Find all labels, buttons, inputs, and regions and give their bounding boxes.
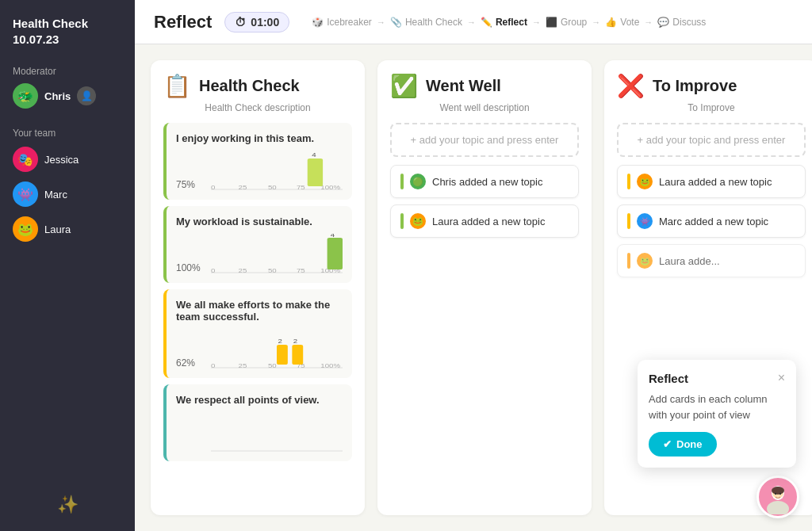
topic-text-laura-ti: Laura added a new topic xyxy=(659,176,772,188)
avatar-topic-laura-ww: 🐸 xyxy=(410,213,426,229)
column-health-check: 📋 Health Check Health Check description … xyxy=(151,60,365,515)
hc-item-2-text: My workload is sustainable. xyxy=(176,216,343,227)
col3-header: ❌ To Improve xyxy=(617,73,806,99)
tooltip-done-button[interactable]: ✔ Done xyxy=(649,432,717,457)
dot-laura-ti xyxy=(627,174,630,189)
hc-item-3: We all make efforts to make the team suc… xyxy=(163,289,352,378)
main-content: Reflect ⏱ 01:00 🎲 Icebreaker → 📎 Health … xyxy=(135,0,812,531)
col3-desc: To Improve xyxy=(617,102,806,113)
col3-title: To Improve xyxy=(653,77,737,95)
discuss-label: Discuss xyxy=(672,17,706,28)
member-name-marc: Marc xyxy=(44,189,67,201)
svg-rect-22 xyxy=(277,345,288,365)
moderator-icon: 👤 xyxy=(77,86,96,105)
col2-title: Went Well xyxy=(426,77,501,95)
column-went-well: ✅ Went Well Went well description + add … xyxy=(377,60,592,515)
done-label: Done xyxy=(676,438,703,450)
healthcheck-label: Health Check xyxy=(405,17,462,28)
dot-laura-ti2 xyxy=(627,253,630,269)
reflect-icon: ✏️ xyxy=(481,17,492,28)
team-member-jessica: 🎭 Jessica xyxy=(13,147,122,172)
arrow-5: → xyxy=(644,17,653,27)
breadcrumb-reflect: ✏️ Reflect xyxy=(481,17,527,28)
hc-chart-4 xyxy=(211,412,343,452)
svg-text:25: 25 xyxy=(239,267,247,273)
svg-text:4: 4 xyxy=(331,234,335,239)
header: Reflect ⏱ 01:00 🎲 Icebreaker → 📎 Health … xyxy=(135,0,812,44)
timer-value: 01:00 xyxy=(251,16,279,29)
svg-text:0: 0 xyxy=(211,184,216,190)
page-title: Reflect xyxy=(154,12,212,32)
col2-desc: Went well description xyxy=(390,102,579,113)
col2-header: ✅ Went Well xyxy=(390,73,579,99)
hc-item-1-text: I enjoy working in this team. xyxy=(176,132,343,144)
avatar-topic-laura-ti: 🐸 xyxy=(637,174,653,189)
avatar-laura: 🐸 xyxy=(13,216,38,242)
svg-rect-6 xyxy=(308,159,323,186)
add-topic-to-improve[interactable]: + add your topic and press enter xyxy=(617,123,806,157)
moderator-label: Moderator xyxy=(13,66,122,77)
avatar-topic-marc-ti: 👾 xyxy=(637,213,653,229)
col2-icon: ✅ xyxy=(390,73,418,99)
hc-bar-area-1: 75% 0 25 50 75 100% 4 xyxy=(176,151,343,190)
healthcheck-icon: 📎 xyxy=(390,17,402,28)
team-section: Your team 🎭 Jessica 👾 Marc 🐸 Laura xyxy=(13,128,122,251)
svg-rect-23 xyxy=(292,345,303,365)
user-avatar-svg xyxy=(760,479,795,514)
team-member-laura: 🐸 Laura xyxy=(13,216,122,242)
svg-text:75: 75 xyxy=(297,184,305,190)
col3-icon: ❌ xyxy=(617,73,645,99)
moderator-name: Chris xyxy=(44,90,71,102)
discuss-icon: 💬 xyxy=(657,17,669,28)
icebreaker-icon: 🎲 xyxy=(312,17,324,28)
svg-text:100%: 100% xyxy=(320,184,340,190)
moderator-avatar: 🐲 xyxy=(13,83,38,109)
col1-title: Health Check xyxy=(199,77,300,95)
hc-chart-3: 0 25 50 75 100% 2 2 xyxy=(211,329,343,369)
breadcrumb-discuss: 💬 Discuss xyxy=(657,17,706,28)
svg-text:75: 75 xyxy=(297,267,305,273)
sidebar: Health Check 10.07.23 Moderator 🐲 Chris … xyxy=(0,0,135,531)
hc-item-2: My workload is sustainable. 100% 0 25 50… xyxy=(163,206,352,283)
svg-point-33 xyxy=(779,493,781,495)
svg-text:50: 50 xyxy=(268,184,277,190)
add-topic-went-well[interactable]: + add your topic and press enter xyxy=(390,123,579,157)
topic-card-chris: 🟢 Chris added a new topic xyxy=(390,165,579,198)
svg-text:50: 50 xyxy=(268,267,277,273)
col1-icon: 📋 xyxy=(163,73,191,99)
hc-item-4-text: We respect all points of view. xyxy=(176,394,343,406)
tooltip-title: Reflect xyxy=(649,372,688,385)
topic-text-laura-ww: Laura added a new topic xyxy=(432,216,545,227)
member-name-jessica: Jessica xyxy=(44,154,79,166)
topic-card-laura-ti: 🐸 Laura added a new topic xyxy=(617,165,806,198)
team-label: Your team xyxy=(13,128,122,139)
hc-item-3-text: We all make efforts to make the team suc… xyxy=(176,299,343,323)
reflect-tooltip: Reflect × Add cards in each column with … xyxy=(638,360,796,468)
breadcrumb-group: ⬛ Group xyxy=(546,17,587,28)
svg-text:0: 0 xyxy=(211,267,216,273)
reflect-label: Reflect xyxy=(496,17,527,28)
breadcrumb: 🎲 Icebreaker → 📎 Health Check → ✏️ Refle… xyxy=(312,17,706,28)
avatar-topic-chris: 🟢 xyxy=(410,174,426,189)
hc-chart-1: 0 25 50 75 100% 4 xyxy=(211,151,343,190)
icebreaker-label: Icebreaker xyxy=(327,17,372,28)
team-member-marc: 👾 Marc xyxy=(13,181,122,207)
topic-card-laura-ti2: 🐸 Laura adde... xyxy=(617,244,806,277)
board: 📋 Health Check Health Check description … xyxy=(135,44,812,531)
hc-chart-2: 0 25 50 75 100% 4 xyxy=(211,234,343,273)
tooltip-close-button[interactable]: × xyxy=(778,371,785,385)
svg-point-31 xyxy=(772,487,784,495)
svg-text:25: 25 xyxy=(239,184,247,190)
timer-icon: ⏱ xyxy=(235,16,246,29)
hc-item-4: We respect all points of view. xyxy=(163,384,352,461)
floating-user-avatar xyxy=(756,476,799,518)
topic-text-laura-ti2: Laura adde... xyxy=(659,255,720,267)
svg-text:4: 4 xyxy=(312,151,316,158)
dot-laura-ww xyxy=(400,213,404,229)
dot-chris xyxy=(400,174,404,189)
breadcrumb-vote: 👍 Vote xyxy=(605,17,639,28)
svg-text:25: 25 xyxy=(239,362,247,369)
svg-point-32 xyxy=(775,493,776,495)
hc-bar-area-4 xyxy=(176,412,343,452)
hc-percent-2: 100% xyxy=(176,262,205,273)
